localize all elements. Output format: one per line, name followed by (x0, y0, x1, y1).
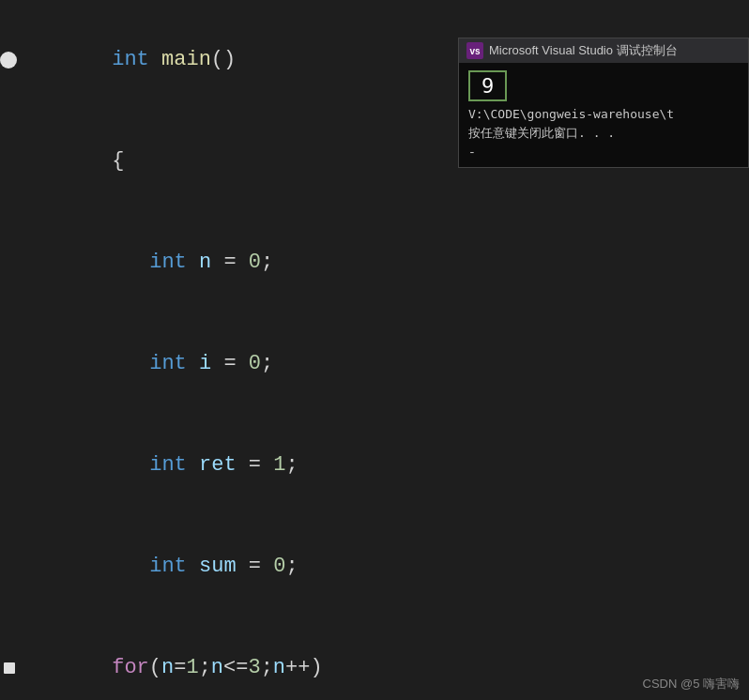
code-line-6: int sum = 0; (0, 516, 749, 617)
vs-output-number: 9 (468, 70, 507, 101)
vs-output-path: V:\CODE\gongweis-warehouse\t (468, 107, 739, 121)
vs-popup-body: 9 V:\CODE\gongweis-warehouse\t 按任意键关闭此窗口… (459, 63, 748, 167)
csdn-watermark: CSDN @5 嗨害嗨 (643, 676, 741, 692)
breakpoint-marker-1 (0, 52, 17, 68)
line-content-1: int main() (28, 9, 236, 111)
code-line-5: int ret = 1; (0, 415, 749, 516)
vs-popup-titlebar: vs Microsoft Visual Studio 调试控制台 (459, 38, 748, 63)
code-line-3: int n = 0; (0, 212, 749, 313)
loop-marker-7 (4, 662, 15, 674)
line-content-7: for(n=1;n<=3;n++) (28, 617, 323, 700)
line-content-5: int ret = 1; (28, 415, 298, 516)
line-content-4: int i = 0; (28, 313, 273, 415)
fn-main: main (161, 48, 211, 71)
line-content-3: int n = 0; (28, 212, 273, 313)
line-content-2: { (28, 111, 124, 212)
vs-debug-console: vs Microsoft Visual Studio 调试控制台 9 V:\CO… (458, 38, 749, 168)
vs-logo-icon: vs (466, 42, 483, 59)
vs-output-msg: 按任意键关闭此窗口. . . (468, 125, 739, 142)
code-line-4: int i = 0; (0, 313, 749, 415)
line-content-6: int sum = 0; (28, 516, 298, 617)
code-line-7: for(n=1;n<=3;n++) (0, 617, 749, 700)
plain-1 (149, 48, 161, 71)
code-editor: int main() { int n = 0; int i = 0; int r… (0, 0, 749, 700)
vs-cursor: - (468, 145, 739, 160)
vs-popup-title-text: Microsoft Visual Studio 调试控制台 (489, 42, 678, 59)
keyword-int: int (112, 48, 149, 71)
